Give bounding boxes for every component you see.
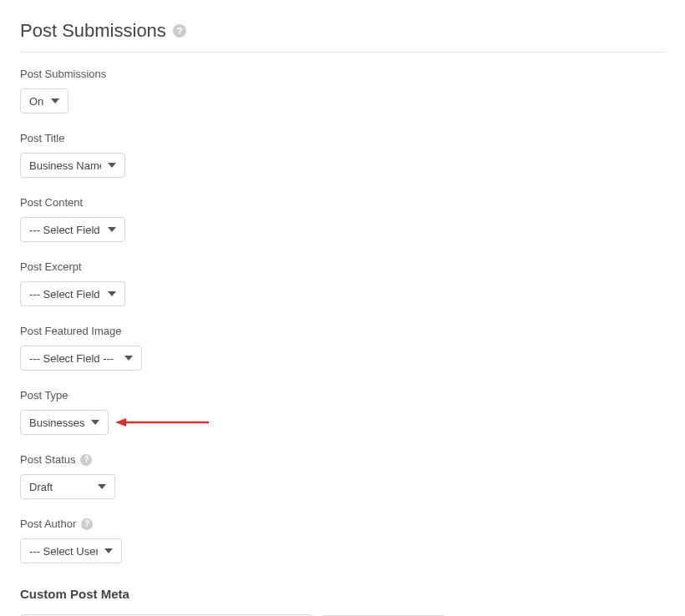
label-post-title: Post Title xyxy=(20,132,665,144)
label-post-submissions: Post Submissions xyxy=(20,68,665,80)
select-post-type[interactable]: Businesses xyxy=(20,410,109,435)
field-post-featured-image: Post Featured Image --- Select Field --- xyxy=(20,325,665,371)
help-icon[interactable]: ? xyxy=(80,454,92,466)
select-post-author[interactable]: --- Select User --- xyxy=(20,538,122,563)
select-post-content[interactable]: --- Select Field --- xyxy=(20,217,125,242)
field-post-submissions: Post Submissions On xyxy=(20,68,665,114)
field-post-status: Post Status ? Draft xyxy=(20,453,665,499)
label-post-status: Post Status ? xyxy=(20,453,665,466)
help-icon[interactable]: ? xyxy=(81,518,93,530)
svg-marker-1 xyxy=(115,418,126,427)
page-title: Post Submissions xyxy=(20,20,166,42)
label-post-author-text: Post Author xyxy=(20,518,76,530)
label-post-featured-image: Post Featured Image xyxy=(20,325,665,337)
field-post-content: Post Content --- Select Field --- xyxy=(20,196,665,242)
section-custom-post-meta-title: Custom Post Meta xyxy=(20,587,665,601)
label-post-content: Post Content xyxy=(20,196,665,209)
label-post-status-text: Post Status xyxy=(20,453,75,466)
field-post-excerpt: Post Excerpt --- Select Field --- xyxy=(20,260,665,306)
select-post-submissions[interactable]: On xyxy=(20,88,68,114)
label-post-type: Post Type xyxy=(20,389,665,401)
help-icon[interactable]: ? xyxy=(173,24,186,38)
arrow-annotation-icon xyxy=(115,417,209,428)
label-post-author: Post Author ? xyxy=(20,518,665,530)
field-post-author: Post Author ? --- Select User --- xyxy=(20,518,665,563)
field-post-title: Post Title Business Name xyxy=(20,132,665,178)
select-post-status[interactable]: Draft xyxy=(20,474,115,499)
field-post-type: Post Type Businesses xyxy=(20,389,665,435)
select-post-title[interactable]: Business Name xyxy=(20,153,125,178)
page-header: Post Submissions ? xyxy=(20,20,665,53)
select-post-excerpt[interactable]: --- Select Field --- xyxy=(20,281,125,306)
label-post-excerpt: Post Excerpt xyxy=(20,260,665,273)
select-post-featured-image[interactable]: --- Select Field --- xyxy=(20,346,142,371)
